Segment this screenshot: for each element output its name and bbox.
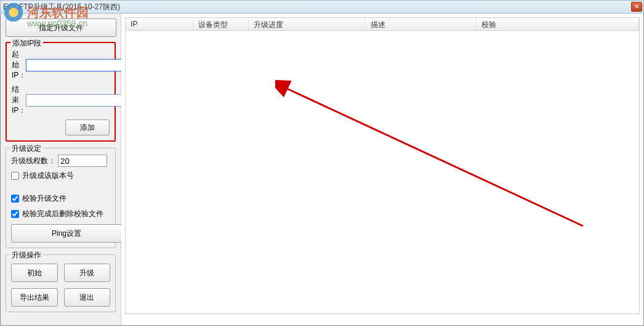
upgrade-settings-title: 升级设定 [10,143,43,154]
start-ip-label: 起始IP： [12,49,26,81]
close-icon: ✕ [634,3,639,10]
add-ip-button[interactable]: 添加 [65,119,110,135]
upgrade-operations-group: 升级操作 初始 升级 导出结果 退出 [6,254,116,312]
add-ip-section-group: 添加IP段 起始IP： 结束IP： 添加 [6,42,116,142]
sidebar: 指定升级文件 添加IP段 起始IP： 结束IP： 添加 升级设定 升级线程数： [1,14,121,325]
upgrade-version-checkbox-row: 升级成该版本号 [11,171,110,181]
delete-verify-checkbox[interactable] [11,210,19,218]
window-title: EOCFTP升级工具(2015-10-27陕西) [3,2,120,12]
start-ip-row: 起始IP： [12,49,110,81]
column-header-description[interactable]: 描述 [366,18,477,30]
end-ip-label: 结束IP： [12,84,26,116]
upgrade-version-label: 升级成该版本号 [22,171,74,181]
upgrade-operations-title: 升级操作 [10,250,43,260]
threads-row: 升级线程数： [11,155,110,167]
delete-verify-checkbox-row: 校验完成后删除校验文件 [11,209,110,219]
column-header-ip[interactable]: IP [126,18,193,30]
table-body[interactable] [125,31,640,314]
exit-button[interactable]: 退出 [64,288,111,307]
column-header-verify[interactable]: 校验 [477,18,639,30]
upgrade-button[interactable]: 升级 [64,264,111,282]
verify-file-checkbox-row: 校验升级文件 [11,193,110,204]
ping-settings-button[interactable]: Ping设置 [11,224,122,243]
content-area: IP 设备类型 升级进度 描述 校验 [121,14,643,325]
add-ip-section-title: 添加IP段 [10,38,43,49]
end-ip-row: 结束IP： [12,84,110,116]
upgrade-version-checkbox[interactable] [11,172,19,180]
verify-file-label: 校验升级文件 [22,193,66,204]
delete-verify-label: 校验完成后删除校验文件 [22,209,103,219]
column-header-device-type[interactable]: 设备类型 [193,18,249,30]
column-header-progress[interactable]: 升级进度 [249,18,366,30]
close-button[interactable]: ✕ [631,2,642,12]
upgrade-settings-group: 升级设定 升级线程数： 升级成该版本号 校验升级文件 校验完成后删除校验文件 P… [6,148,116,248]
init-button[interactable]: 初始 [11,264,58,282]
end-ip-input[interactable] [26,94,123,107]
threads-spinner[interactable] [58,155,107,167]
threads-label: 升级线程数： [11,156,55,166]
window-titlebar: EOCFTP升级工具(2015-10-27陕西) ✕ [0,0,644,14]
export-result-button[interactable]: 导出结果 [11,288,58,307]
specify-upgrade-file-button[interactable]: 指定升级文件 [6,18,116,37]
start-ip-input[interactable] [26,59,123,71]
table-header: IP 设备类型 升级进度 描述 校验 [125,17,640,31]
main-area: 指定升级文件 添加IP段 起始IP： 结束IP： 添加 升级设定 升级线程数： [0,14,644,326]
verify-file-checkbox[interactable] [11,195,19,203]
